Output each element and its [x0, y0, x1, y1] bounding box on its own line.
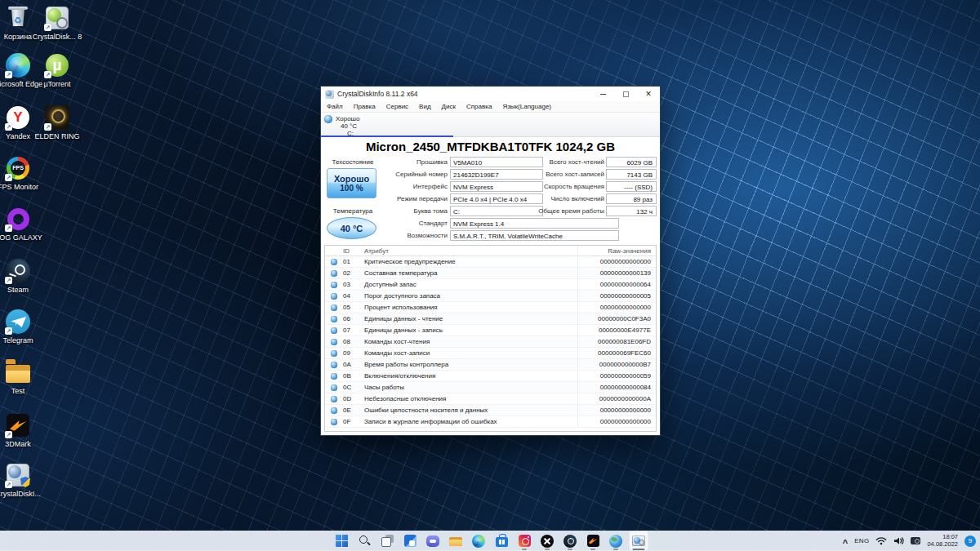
desktop-icon-label: Корзина — [4, 33, 32, 41]
status-dot-icon — [331, 293, 337, 300]
desktop-icon-label: CrystalDisk... 8 — [33, 33, 82, 41]
menu-help[interactable]: Справка — [466, 103, 492, 110]
smart-row[interactable]: 04 Порог доступного запаса 0000000000000… — [325, 291, 656, 302]
maximize-button[interactable] — [614, 87, 637, 101]
elden-ring-icon — [44, 104, 70, 131]
xbox-button[interactable] — [537, 531, 557, 551]
app-icon — [325, 90, 334, 99]
status-dot-icon — [331, 419, 337, 425]
field-host-writes: Всего хост-записей 7143 GB — [517, 169, 657, 180]
menu-function[interactable]: Сервис — [386, 103, 408, 110]
smart-row[interactable]: 03 Доступный запас 00000000000064 — [325, 279, 656, 291]
field-rotation-rate: Скорость вращения ---- (SSD) — [517, 181, 657, 192]
file-explorer-button[interactable] — [446, 531, 466, 551]
desktop-icon-label: µTorrent — [43, 80, 70, 88]
health-status-button[interactable]: Хорошо 100 % — [327, 168, 376, 198]
clock[interactable]: 18:07 04.08.2022 — [927, 534, 958, 548]
menu-bar: Файл Правка Сервис Вид Диск Справка Язык… — [321, 101, 660, 113]
maximize-icon — [623, 91, 629, 97]
minimize-button[interactable] — [591, 87, 614, 101]
menu-edit[interactable]: Правка — [354, 103, 376, 110]
smart-row[interactable]: 0D Небезопасные отключения 0000000000000… — [325, 393, 656, 405]
gog-galaxy-icon — [5, 206, 31, 232]
desktop-icon-crystaldiskinfo-8[interactable]: CrystalDisk... 8 — [30, 5, 84, 41]
wifi-icon[interactable] — [875, 536, 887, 545]
disk-tab-strip: Хорошо 40 °C C: — [321, 113, 660, 137]
smart-row[interactable]: 08 Команды хост-чтения 000000081E06FD — [325, 336, 656, 348]
disk-tab-c[interactable]: Хорошо 40 °C C: — [323, 113, 397, 136]
desktop-icon-telegram[interactable]: Telegram — [0, 309, 45, 344]
globe-app-button[interactable] — [606, 531, 626, 551]
smart-row[interactable]: 0A Время работы контроллера 000000000000… — [325, 359, 656, 371]
menu-view[interactable]: Вид — [419, 103, 430, 110]
shortcut-arrow-icon — [5, 174, 12, 181]
health-percent: 100 % — [340, 184, 363, 193]
drive-title: Micron_2450_MTFDKBA1T0TFK 1024,2 GB — [321, 140, 660, 153]
desktop-icon-label: FPS Monitor — [0, 183, 38, 191]
shortcut-arrow-icon — [5, 481, 12, 488]
tray-app-icon[interactable] — [911, 537, 920, 544]
3dmark-icon — [587, 535, 599, 547]
smart-row[interactable]: 0C Часы работы 00000000000084 — [325, 382, 656, 393]
smart-row[interactable]: 06 Единицы данных - чтение 00000000C0F3A… — [325, 313, 656, 325]
smart-row[interactable]: 07 Единицы данных - запись 00000000E4977… — [325, 325, 656, 336]
widgets-button[interactable] — [400, 531, 420, 551]
windows-logo-icon — [336, 535, 348, 547]
window-title: CrystalDiskInfo 8.11.2 x64 — [337, 90, 418, 98]
minimize-icon — [600, 94, 606, 95]
desktop-icon-3dmark[interactable]: 3DMark — [0, 412, 45, 448]
3dmark-button[interactable] — [583, 531, 603, 551]
status-dot-icon — [331, 362, 337, 368]
instagram-icon — [519, 535, 531, 547]
smart-row[interactable]: 05 Процент использования 00000000000000 — [325, 302, 656, 313]
desktop-icon-fps-monitor[interactable]: FPS Monitor — [0, 155, 45, 191]
smart-row[interactable]: 01 Критическое предупреждение 0000000000… — [325, 256, 656, 268]
shortcut-arrow-icon — [5, 277, 12, 284]
temperature-button[interactable]: 40 °C — [327, 217, 376, 239]
smart-row[interactable]: 09 Команды хост-записи 000000069FEC60 — [325, 348, 656, 359]
desktop-icon-label: Telegram — [2, 336, 33, 344]
language-indicator[interactable]: ENG — [854, 537, 869, 544]
store-button[interactable] — [492, 531, 511, 551]
smart-row[interactable]: 02 Составная температура 00000000000139 — [325, 268, 656, 279]
search-icon — [359, 535, 371, 547]
smart-row[interactable]: 0E Ошибки целостности носителя и данных … — [325, 405, 656, 416]
speaker-icon[interactable] — [893, 536, 904, 545]
hidden-icons-chevron[interactable] — [843, 536, 848, 546]
crystaldiskinfo-window: CrystalDiskInfo 8.11.2 x64 Файл Правка С… — [320, 86, 661, 436]
shortcut-arrow-icon — [44, 71, 51, 78]
smart-row[interactable]: 0F Записи в журнале информации об ошибка… — [325, 416, 656, 428]
start-button[interactable] — [332, 531, 351, 551]
desktop-icon-label: Steam — [7, 286, 29, 294]
telegram-icon — [5, 309, 31, 335]
desktop-icon-steam[interactable]: Steam — [0, 258, 45, 294]
desktop-icon-utorrent[interactable]: µTorrent — [30, 52, 84, 88]
close-button[interactable] — [637, 87, 660, 101]
edge-icon — [5, 52, 31, 78]
menu-language[interactable]: Язык(Language) — [502, 103, 551, 110]
edge-button[interactable] — [469, 531, 488, 551]
steam-button[interactable] — [560, 531, 580, 551]
desktop-icon-gog-galaxy[interactable]: GOG GALAXY — [0, 206, 45, 242]
folder-icon — [5, 359, 31, 385]
status-dot-icon — [331, 304, 337, 311]
desktop-icon-label: ELDEN RING — [34, 132, 79, 140]
steam-icon — [5, 258, 31, 284]
title-bar[interactable]: CrystalDiskInfo 8.11.2 x64 — [321, 87, 660, 101]
menu-file[interactable]: Файл — [327, 103, 343, 110]
close-icon — [645, 90, 651, 99]
chat-button[interactable] — [423, 531, 443, 551]
crystaldiskinfo-taskbar-button[interactable] — [629, 531, 648, 551]
desktop-icon-crystaldiskinfo-installer[interactable]: CrystalDiskI... — [0, 462, 45, 498]
smart-row[interactable]: 0B Включения/отключения 00000000000059 — [325, 371, 656, 382]
desktop-icon-elden-ring[interactable]: ELDEN RING — [30, 104, 84, 140]
notification-badge[interactable]: 9 — [964, 535, 976, 547]
task-view-button[interactable] — [377, 531, 397, 551]
desktop-icon-test-folder[interactable]: Test — [0, 359, 45, 395]
taskbar-search-button[interactable] — [354, 531, 374, 551]
recycle-bin-icon — [5, 5, 31, 31]
menu-disk[interactable]: Диск — [442, 103, 456, 110]
instagram-button[interactable] — [514, 531, 534, 551]
desktop-icon-label: Yandex — [6, 132, 30, 140]
yandex-icon — [5, 104, 31, 131]
